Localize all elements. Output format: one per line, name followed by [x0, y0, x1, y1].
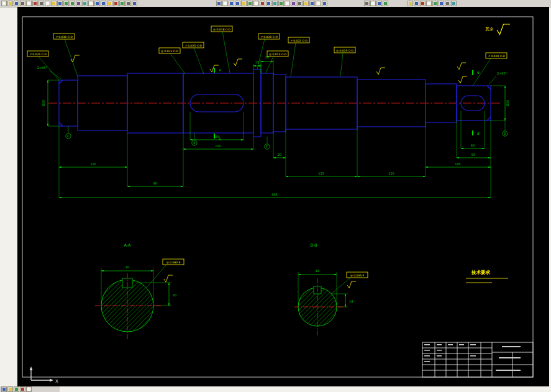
paste-icon[interactable] — [51, 1, 57, 6]
list-icon[interactable] — [253, 1, 259, 6]
draworder-above-icon[interactable] — [376, 1, 382, 6]
lineweight-icon[interactable] — [439, 1, 444, 6]
cut-letter-a: A — [219, 137, 221, 141]
toolbar-group-draworder — [364, 1, 388, 6]
dim-text-overall: 445 — [271, 193, 278, 196]
taskbar-fragment — [0, 386, 60, 392]
dim-style-icon[interactable] — [408, 1, 413, 6]
zoom-window-icon[interactable] — [229, 1, 234, 6]
print-preview-icon[interactable] — [26, 1, 32, 6]
tolerance-frame: ↗ 0.025 C-D — [183, 42, 204, 48]
help-icon[interactable] — [316, 1, 321, 6]
roughness-icon — [71, 55, 80, 62]
about-icon[interactable] — [322, 1, 327, 6]
tolerance-frame: ◎ 0.035 F — [347, 272, 368, 278]
open-icon[interactable] — [7, 1, 13, 6]
hide-icon[interactable] — [297, 1, 303, 6]
tolerance-frame: ↗ 0.020 C-D — [486, 53, 507, 58]
cut-icon[interactable] — [39, 1, 44, 6]
section-b: B-B 48 14 — [294, 243, 353, 337]
svg-text:↗ 0.025 C-D: ↗ 0.025 C-D — [29, 53, 47, 56]
rest-roughness-label: 其余 — [485, 27, 494, 32]
svg-text:◎ 0.018 C-D: ◎ 0.018 C-D — [213, 28, 230, 31]
redo-icon[interactable] — [70, 1, 75, 6]
tolerance-frame: ◎ 0.018 C-D — [211, 26, 232, 32]
draworder-back-icon[interactable] — [370, 1, 376, 6]
dim-text: 115 — [318, 171, 324, 175]
redraw-icon[interactable] — [272, 1, 278, 6]
toolbars-icon[interactable] — [309, 1, 315, 6]
plot-style-icon[interactable] — [445, 1, 450, 6]
regen-icon[interactable] — [278, 1, 284, 6]
layer-control-icon[interactable] — [132, 1, 137, 6]
tolerance-frame: ◎ 0.040 E — [163, 259, 184, 265]
color-control-icon[interactable] — [426, 1, 432, 6]
dim-linear-icon[interactable] — [113, 1, 119, 6]
pan-icon[interactable] — [222, 1, 228, 6]
tolerance-frame: ◎ 0.025 C-D — [334, 47, 355, 53]
draworder-front-icon[interactable] — [364, 1, 370, 6]
express-icon[interactable] — [451, 1, 457, 6]
region-icon[interactable] — [101, 1, 106, 6]
save-icon[interactable] — [14, 1, 19, 6]
spell-icon[interactable] — [32, 1, 38, 6]
linetype-icon[interactable] — [432, 1, 438, 6]
svg-text:◎ 0.025 C-D: ◎ 0.025 C-D — [336, 49, 353, 52]
dim-text: 20 — [173, 293, 176, 297]
undo-icon[interactable] — [63, 1, 69, 6]
draworder-under-icon[interactable] — [383, 1, 388, 6]
text-style-icon[interactable] — [414, 1, 419, 6]
zoom-previous-icon[interactable] — [235, 1, 240, 6]
insert-block-icon[interactable] — [76, 1, 81, 6]
svg-text:◎ 0.035 F: ◎ 0.035 F — [350, 274, 365, 277]
layers-icon[interactable] — [125, 1, 131, 6]
point-icon[interactable] — [88, 1, 94, 6]
orbit-icon[interactable] — [291, 1, 296, 6]
dim-text: 110 — [90, 162, 96, 166]
named-views-icon[interactable] — [285, 1, 290, 6]
taskbar-icon-3[interactable] — [14, 386, 19, 392]
print-icon[interactable] — [20, 1, 25, 6]
taskbar-icon-2[interactable] — [7, 386, 13, 392]
taskbar-icon-4[interactable] — [20, 386, 25, 392]
make-block-icon[interactable] — [82, 1, 88, 6]
distance-icon[interactable] — [241, 1, 247, 6]
tolerance-frame: ↗ 0.020 C-D — [258, 34, 280, 39]
datum-label: C — [67, 134, 70, 138]
cut-letter-b: B — [477, 132, 480, 135]
roughness-icon — [347, 281, 356, 288]
taskbar-icon-5[interactable] — [26, 386, 32, 392]
roughness-symbols: 其余 — [71, 24, 510, 288]
dim-text: 110 — [388, 171, 394, 175]
drawing-canvas[interactable]: 110 90 100 110 12 20 20 115 110 105 55 4… — [17, 7, 549, 386]
new-icon[interactable] — [1, 1, 7, 6]
shaft-front-view — [48, 70, 501, 137]
datum-label: F — [266, 145, 268, 148]
area-icon[interactable] — [247, 1, 253, 6]
dim-text: 14 — [349, 299, 353, 303]
render-icon[interactable] — [303, 1, 309, 6]
hatch-icon[interactable] — [94, 1, 100, 6]
properties-icon[interactable] — [266, 1, 271, 6]
match-properties-icon[interactable] — [57, 1, 63, 6]
title-block — [422, 342, 533, 377]
dimensions: 110 90 100 110 12 20 20 115 110 105 55 4… — [37, 32, 509, 307]
dim-text: 12 — [255, 60, 259, 64]
dim-text-dia-right: Ø30 — [506, 100, 509, 106]
dim-text: 105 — [455, 162, 461, 166]
text-icon[interactable] — [107, 1, 112, 6]
chamfer-note: 2×45° — [37, 66, 48, 70]
dim-aligned-icon[interactable] — [119, 1, 125, 6]
dim-text: 90 — [153, 181, 157, 185]
layer-states-icon[interactable] — [420, 1, 426, 6]
id-point-icon[interactable] — [260, 1, 265, 6]
dim-text: 70 — [125, 265, 129, 269]
taskbar-icon-1[interactable] — [1, 386, 7, 392]
copy-icon[interactable] — [45, 1, 50, 6]
svg-text:↗ 0.030 C-D: ↗ 0.030 C-D — [55, 35, 73, 39]
application-window: 110 90 100 110 12 20 20 115 110 105 55 4… — [0, 0, 551, 392]
roughness-icon — [458, 76, 467, 83]
dim-text-dia-left: Ø35 — [42, 100, 45, 106]
zoom-realtime-icon[interactable] — [216, 1, 222, 6]
datum-label: D — [504, 132, 506, 135]
